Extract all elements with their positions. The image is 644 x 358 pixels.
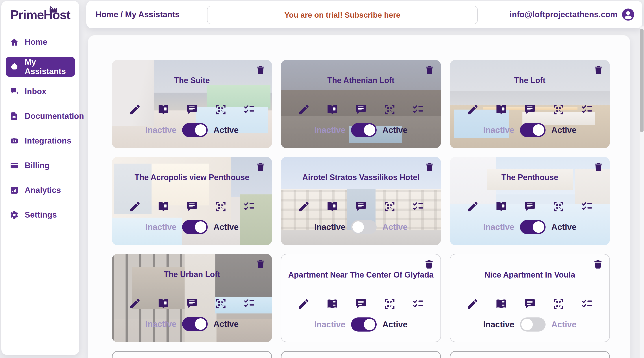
delete-assistant-button[interactable] bbox=[424, 64, 435, 76]
edit-button[interactable] bbox=[297, 103, 310, 116]
qr-scan-button[interactable] bbox=[383, 298, 396, 310]
assistant-actions bbox=[450, 298, 610, 310]
brand-name: PrimeHost bbox=[10, 8, 70, 22]
main-content: The SuiteInactiveActiveThe Athenian Loft… bbox=[88, 35, 630, 358]
qr-scan-button[interactable] bbox=[214, 200, 227, 213]
sidebar-item-my-assistants[interactable]: My Assistants bbox=[6, 57, 75, 77]
status-toggle[interactable] bbox=[351, 220, 376, 234]
qr-scan-button[interactable] bbox=[383, 103, 396, 116]
status-row: InactiveActive bbox=[281, 220, 441, 234]
account-area[interactable]: info@loftprojectathens.com bbox=[510, 1, 635, 28]
qr-scan-button[interactable] bbox=[552, 103, 565, 116]
status-label-inactive: Inactive bbox=[145, 319, 177, 329]
sidebar-item-label: Billing bbox=[25, 161, 50, 170]
qr-scan-button[interactable] bbox=[214, 297, 227, 310]
edit-button[interactable] bbox=[466, 200, 479, 213]
knowledge-book-button[interactable] bbox=[326, 298, 339, 310]
edit-button[interactable] bbox=[128, 297, 141, 310]
chat-button[interactable] bbox=[524, 298, 536, 310]
status-toggle[interactable] bbox=[182, 220, 208, 234]
sidebar-item-inbox[interactable]: Inbox bbox=[6, 82, 75, 101]
status-toggle[interactable] bbox=[351, 317, 376, 331]
chat-button[interactable] bbox=[524, 200, 536, 213]
edit-button[interactable] bbox=[128, 103, 141, 116]
chat-button[interactable] bbox=[524, 103, 536, 116]
chat-button[interactable] bbox=[354, 200, 367, 213]
edit-button[interactable] bbox=[297, 298, 310, 310]
knowledge-book-button[interactable] bbox=[157, 103, 170, 116]
qr-scan-button[interactable] bbox=[552, 298, 565, 310]
status-toggle[interactable] bbox=[182, 317, 208, 331]
edit-button[interactable] bbox=[466, 103, 479, 116]
knowledge-book-button[interactable] bbox=[326, 103, 339, 116]
knowledge-book-button[interactable] bbox=[326, 200, 339, 213]
sidebar-item-label: My Assistants bbox=[25, 58, 75, 76]
status-toggle[interactable] bbox=[520, 123, 546, 137]
checklist-button[interactable] bbox=[243, 103, 256, 116]
assistant-card: Nice Apartment In VoulaInactiveActive bbox=[450, 254, 610, 342]
user-avatar-icon[interactable] bbox=[622, 8, 635, 21]
knowledge-book-button[interactable] bbox=[495, 200, 508, 213]
scrollbar-thumb[interactable] bbox=[640, 29, 644, 132]
qr-scan-button[interactable] bbox=[552, 200, 565, 213]
edit-button[interactable] bbox=[466, 298, 479, 310]
credit-card-icon bbox=[10, 161, 19, 170]
delete-assistant-button[interactable] bbox=[424, 259, 434, 270]
edit-button[interactable] bbox=[128, 200, 141, 213]
delete-assistant-button[interactable] bbox=[424, 161, 435, 173]
chat-button[interactable] bbox=[186, 103, 198, 116]
status-row: InactiveActive bbox=[112, 123, 272, 137]
status-toggle[interactable] bbox=[520, 220, 546, 234]
assistant-title: The Penthouse bbox=[450, 173, 610, 182]
edit-button[interactable] bbox=[297, 200, 310, 213]
knowledge-book-button[interactable] bbox=[495, 298, 508, 310]
qr-scan-button[interactable] bbox=[383, 200, 396, 213]
assistant-card-partial bbox=[281, 351, 441, 358]
status-toggle[interactable] bbox=[520, 317, 546, 331]
knowledge-book-button[interactable] bbox=[157, 200, 170, 213]
checklist-button[interactable] bbox=[581, 200, 594, 213]
chat-button[interactable] bbox=[186, 297, 198, 310]
chat-button[interactable] bbox=[186, 200, 198, 213]
assistant-actions bbox=[450, 103, 610, 116]
delete-assistant-button[interactable] bbox=[255, 64, 266, 76]
sidebar-item-settings[interactable]: Settings bbox=[6, 205, 75, 225]
chat-button[interactable] bbox=[354, 103, 367, 116]
assistant-card: The Athenian LoftInactiveActive bbox=[281, 60, 441, 148]
checklist-button[interactable] bbox=[581, 103, 594, 116]
knowledge-book-button[interactable] bbox=[495, 103, 508, 116]
status-label-active: Active bbox=[214, 222, 238, 232]
qr-scan-button[interactable] bbox=[214, 103, 227, 116]
status-toggle[interactable] bbox=[351, 123, 376, 137]
sidebar-item-billing[interactable]: Billing bbox=[6, 156, 75, 175]
sidebar-item-integrations[interactable]: Integrations bbox=[6, 131, 75, 151]
toggle-knob bbox=[533, 221, 544, 233]
delete-assistant-button[interactable] bbox=[593, 64, 604, 76]
assistant-actions bbox=[450, 200, 610, 213]
checklist-button[interactable] bbox=[412, 298, 425, 310]
delete-assistant-button[interactable] bbox=[593, 259, 603, 270]
knowledge-book-button[interactable] bbox=[157, 297, 170, 310]
checklist-button[interactable] bbox=[243, 297, 256, 310]
checklist-button[interactable] bbox=[581, 298, 594, 310]
scrollbar-track[interactable] bbox=[640, 27, 644, 358]
status-toggle[interactable] bbox=[182, 123, 208, 137]
checklist-button[interactable] bbox=[412, 103, 425, 116]
status-label-inactive: Inactive bbox=[314, 320, 346, 329]
sidebar-item-documentation[interactable]: Documentation bbox=[6, 106, 75, 126]
checklist-button[interactable] bbox=[243, 200, 256, 213]
assistant-card: The SuiteInactiveActive bbox=[112, 60, 272, 148]
assistant-card: The PenthouseInactiveActive bbox=[450, 157, 610, 245]
assistant-actions bbox=[112, 103, 272, 116]
status-label-active: Active bbox=[551, 222, 576, 232]
status-label-active: Active bbox=[214, 125, 238, 135]
delete-assistant-button[interactable] bbox=[255, 161, 266, 173]
trial-banner[interactable]: You are on trial! Subscribe here bbox=[207, 6, 478, 24]
chat-button[interactable] bbox=[354, 298, 367, 310]
sidebar-item-analytics[interactable]: Analytics bbox=[6, 180, 75, 200]
delete-assistant-button[interactable] bbox=[593, 161, 604, 173]
sidebar-item-home[interactable]: Home bbox=[6, 32, 75, 52]
checklist-button[interactable] bbox=[412, 200, 425, 213]
delete-assistant-button[interactable] bbox=[255, 258, 266, 270]
status-label-inactive: Inactive bbox=[314, 222, 346, 232]
